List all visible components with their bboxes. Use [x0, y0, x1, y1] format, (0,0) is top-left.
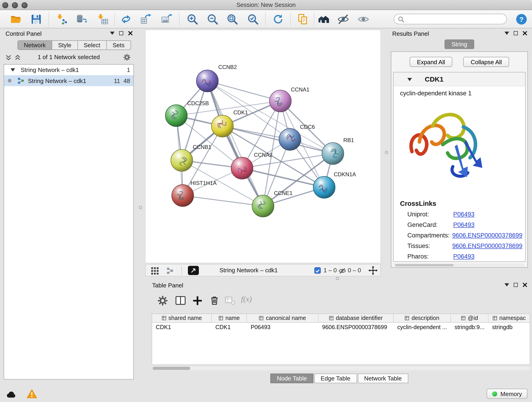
tab-network-table[interactable]: Network Table [358, 374, 408, 383]
network-canvas[interactable]: CCNB2CCNA1CDC25BCDK1CDC6RB1CCNB1CCNA2CDK… [145, 30, 381, 263]
network-overview-icon[interactable] [166, 267, 174, 274]
import-table-button[interactable] [97, 13, 109, 25]
birdseye-view-button[interactable] [188, 266, 199, 275]
panel-maximize-icon[interactable] [514, 31, 518, 35]
network-node-CCNB1[interactable] [171, 149, 193, 172]
table-row[interactable]: CDK1 CDK1 P06493 9606.ENSP00000378699 cy… [152, 323, 530, 332]
new-network-button[interactable] [120, 13, 132, 25]
panel-maximize-icon[interactable] [514, 283, 518, 287]
splitter-handle[interactable] [139, 206, 142, 209]
network-node-CCNA1[interactable] [269, 90, 291, 112]
tab-sets[interactable]: Sets [107, 41, 130, 50]
open-session-button[interactable] [10, 13, 22, 25]
zoom-selected-button[interactable] [247, 13, 259, 25]
cell-database-identifier[interactable]: 9606.ENSP00000378699 [318, 323, 394, 332]
zoom-out-button[interactable] [207, 13, 219, 25]
cell-id[interactable]: stringdb:9... [451, 323, 488, 332]
network-node-CDC6[interactable] [279, 128, 301, 150]
tab-style[interactable]: Style [52, 41, 78, 50]
panel-float-icon[interactable] [505, 32, 509, 35]
panel-maximize-icon[interactable] [119, 31, 123, 35]
memory-button[interactable]: Memory [487, 389, 527, 399]
function-builder-button[interactable]: f(x) [241, 295, 252, 304]
network-node-CCNB2[interactable] [196, 70, 218, 92]
panel-close-icon[interactable] [128, 31, 133, 36]
protein-section-header[interactable]: CDK1 [394, 72, 525, 86]
column-header-database-identifier[interactable]: database identifier [318, 314, 394, 322]
crosslink-link[interactable]: P06493 [453, 221, 475, 228]
selected-checkbox-icon[interactable] [314, 267, 321, 274]
cell-canonical-name[interactable]: P06493 [247, 323, 318, 332]
hidden-eye-icon[interactable] [339, 267, 346, 274]
cell-shared-name[interactable]: CDK1 [152, 323, 212, 332]
cell-description[interactable]: cyclin-dependent ... [394, 323, 451, 332]
zoom-in-button[interactable] [186, 13, 198, 25]
results-tab-string[interactable]: String [444, 39, 475, 49]
grid-view-icon[interactable] [151, 267, 158, 274]
help-button[interactable]: ? [515, 13, 527, 25]
save-session-button[interactable] [30, 13, 42, 25]
network-node-CDC25B[interactable] [165, 105, 187, 127]
warning-icon[interactable] [27, 389, 37, 399]
panel-close-icon[interactable] [522, 282, 527, 287]
cell-name[interactable]: CDK1 [212, 323, 247, 332]
network-node-CCNE1[interactable] [252, 195, 274, 217]
cell-namespace[interactable]: stringdb [488, 323, 530, 332]
clone-network-button[interactable] [140, 13, 152, 25]
search-input[interactable] [406, 15, 503, 23]
network-edge-CCNB2-CCNE1[interactable] [207, 81, 263, 206]
import-network-file-button[interactable] [56, 13, 68, 25]
panel-close-icon[interactable] [522, 31, 527, 36]
cloud-icon[interactable] [6, 389, 17, 399]
network-node-CCNA2[interactable] [231, 157, 253, 179]
column-header-name[interactable]: name [212, 314, 247, 322]
column-header-shared-name[interactable]: shared name [152, 314, 212, 322]
table-horizontal-scrollbar[interactable] [152, 366, 530, 370]
tab-edge-table[interactable]: Edge Table [314, 374, 357, 383]
splitter-handle[interactable] [336, 277, 339, 280]
column-header-namespace[interactable]: namespac [488, 314, 530, 322]
network-edge-CCNB2-CCNA1[interactable] [207, 81, 280, 101]
copy-button[interactable] [297, 13, 309, 25]
expand-all-button[interactable]: Expand All [410, 57, 452, 67]
network-collection-row[interactable]: String Network – cdk1 1 [4, 65, 133, 75]
tab-select[interactable]: Select [78, 41, 107, 50]
delete-column-icon[interactable] [209, 295, 220, 307]
tab-network[interactable]: Network [18, 41, 52, 50]
disclosure-triangle-icon[interactable] [407, 78, 412, 81]
panel-float-icon[interactable] [505, 283, 509, 287]
column-header-canonical-name[interactable]: canonical name [247, 314, 318, 322]
tab-node-table[interactable]: Node Table [270, 374, 313, 383]
network-row[interactable]: String Network – cdk1 11 48 [4, 75, 133, 86]
column-header-description[interactable]: description [394, 314, 451, 322]
table-settings-gear-icon[interactable] [157, 295, 169, 307]
network-node-CDKN1A[interactable] [313, 176, 335, 198]
home-button[interactable] [317, 13, 329, 25]
network-node-HIST1H1A[interactable] [172, 185, 194, 206]
network-edge-CCNA2-CDKN1A[interactable] [242, 168, 324, 187]
pan-crosshair-icon[interactable] [368, 266, 378, 275]
crosslink-link[interactable]: P06493 [453, 253, 475, 260]
delete-table-icon[interactable] [224, 295, 236, 307]
export-image-button[interactable] [160, 13, 172, 25]
network-edge-HIST1H1A-CCNE1[interactable] [183, 196, 263, 206]
network-node-CDK1[interactable] [211, 115, 234, 137]
crosslink-link[interactable]: P06493 [453, 211, 475, 218]
panel-float-icon[interactable] [110, 32, 114, 35]
hide-selected-eye-button[interactable] [337, 13, 349, 25]
show-all-eye-button[interactable] [357, 13, 369, 25]
add-column-icon[interactable] [191, 295, 203, 307]
zoom-fit-button[interactable] [226, 13, 238, 25]
splitter-handle[interactable] [385, 151, 388, 154]
show-columns-icon[interactable] [175, 295, 186, 307]
results-horizontal-scrollbar[interactable] [394, 264, 525, 267]
column-header-id[interactable]: @id [451, 314, 488, 322]
import-network-database-button[interactable] [76, 13, 88, 25]
crosslink-link[interactable]: 9606.ENSP00000378699 [452, 232, 522, 239]
network-node-RB1[interactable] [322, 143, 344, 165]
refresh-button[interactable] [272, 13, 284, 25]
disclosure-triangle-icon[interactable] [11, 68, 15, 71]
crosslink-link[interactable]: 9606.ENSP00000378699 [452, 242, 522, 249]
collapse-all-button[interactable]: Collapse All [463, 57, 509, 67]
gear-icon[interactable] [123, 53, 131, 61]
